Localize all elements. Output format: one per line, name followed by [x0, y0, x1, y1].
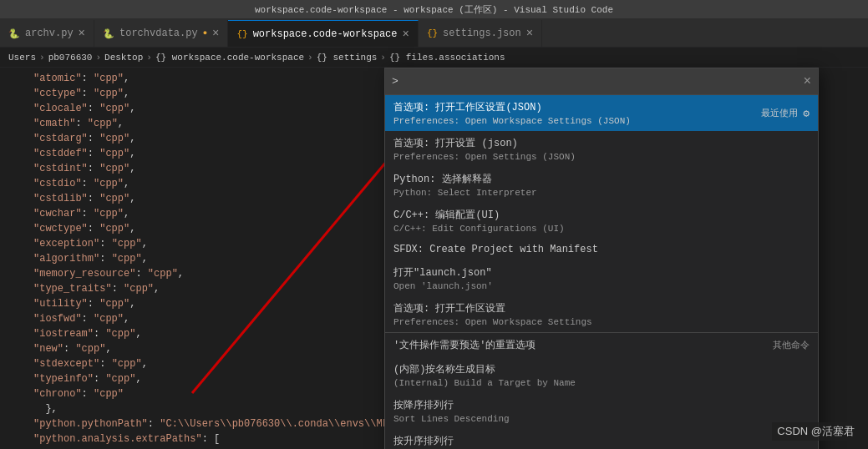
command-palette: × 首选项: 打开工作区设置(JSON) Preferences: Open W… [384, 68, 819, 449]
close-tab-settings[interactable]: × [526, 27, 533, 40]
cmd-item-cn-label-7: 首选项: 打开工作区设置 [393, 301, 592, 315]
cmd-item-en-label: Preferences: Open Workspace Settings (JS… [393, 116, 631, 126]
breadcrumb-settings[interactable]: {} settings [317, 53, 378, 63]
title-text: workspace.code-workspace - workspace (工作… [255, 3, 613, 16]
tab-label: archv.py [25, 28, 74, 39]
cmd-item-cn-label: 首选项: 打开工作区设置(JSON) [393, 100, 631, 114]
cmd-item-cn-label-4: C/C++: 编辑配置(UI) [393, 208, 565, 222]
command-palette-input-row: × [385, 68, 818, 95]
py-icon-2: 🐍 [103, 28, 114, 39]
cmd-item-cn-label-11: 按升序排列行 [393, 434, 504, 448]
tab-settings[interactable]: {} settings.json × [419, 20, 542, 47]
cmd-item-cn-label-6: 打开"launch.json" [393, 265, 493, 280]
cmd-item-sort-ascending[interactable]: 按升序排列行 Sort Lines Ascending [385, 429, 818, 449]
modified-dot: ● [203, 29, 207, 38]
breadcrumb-pb[interactable]: pb076630 [48, 53, 93, 63]
command-palette-close[interactable]: × [803, 74, 811, 89]
cmd-item-file-needs-preview[interactable]: '文件操作需要预选'的重置选项 其他命令 [385, 333, 818, 357]
tab-label-2: torchvdata.py [119, 28, 198, 39]
cmd-item-cn-label-2: 首选项: 打开设置 (json) [393, 136, 576, 150]
cmd-item-cn-label-10: 按降序排列行 [393, 398, 510, 412]
tab-label-4: settings.json [443, 28, 521, 39]
close-tab-archv[interactable]: × [79, 27, 85, 40]
breadcrumb-users[interactable]: Users [8, 53, 36, 63]
breadcrumb-workspace-file[interactable]: {} workspace.code-workspace [155, 53, 304, 63]
title-bar: workspace.code-workspace - workspace (工作… [0, 0, 868, 18]
cmd-item-en-label-3: Python: Select Interpreter [393, 188, 537, 198]
badge-recently-used: 最近使用 [761, 107, 798, 119]
cmd-item-cn-label-5: SFDX: Create Project with Manifest [393, 244, 598, 255]
cmd-item-cn-label-8: '文件操作需要预选'的重置选项 [393, 338, 536, 352]
cmd-item-en-label-4: C/C++: Edit Configurations (UI) [393, 224, 565, 234]
tab-label-3: workspace.code-workspace [253, 28, 398, 40]
command-palette-input[interactable] [392, 75, 803, 88]
brace-icon: {} [236, 29, 247, 39]
close-tab-torch[interactable]: × [212, 27, 219, 40]
cmd-item-en-label-7: Preferences: Open Workspace Settings [393, 317, 592, 327]
main-area: "atomic": "cpp", "cctype": "cpp", "cloca… [0, 68, 868, 449]
tab-archv[interactable]: 🐍 archv.py × [0, 20, 94, 47]
close-tab-workspace[interactable]: × [402, 28, 409, 41]
breadcrumb-files-assoc[interactable]: {} files.associations [389, 53, 505, 63]
cmd-item-open-launch-json[interactable]: 打开"launch.json" Open 'launch.json' [385, 260, 818, 296]
tab-workspace[interactable]: {} workspace.code-workspace × [228, 20, 418, 47]
cmd-item-cn-label-9: (内部)按名称生成目标 [393, 362, 576, 376]
tab-bar: 🐍 archv.py × 🐍 torchvdata.py ● × {} work… [0, 18, 868, 48]
cmd-item-en-label-9: (Internal) Build a Target by Name [393, 378, 576, 388]
cmd-item-open-workspace-settings[interactable]: 首选项: 打开工作区设置 Preferences: Open Workspace… [385, 296, 818, 332]
cmd-item-en-label-2: Preferences: Open Settings (JSON) [393, 152, 576, 162]
cmd-item-open-workspace-json[interactable]: 首选项: 打开工作区设置(JSON) Preferences: Open Wor… [385, 95, 818, 131]
cmd-item-open-settings-json[interactable]: 首选项: 打开设置 (json) Preferences: Open Setti… [385, 131, 818, 167]
cmd-item-en-label-6: Open 'launch.json' [393, 281, 493, 291]
cmd-item-python-interpreter[interactable]: Python: 选择解释器 Python: Select Interpreter [385, 167, 818, 203]
cmd-item-en-label-10: Sort Lines Descending [393, 414, 510, 424]
breadcrumb: Users › pb076630 › Desktop › {} workspac… [0, 48, 868, 68]
badge-other-commands: 其他命令 [773, 339, 810, 351]
cmd-item-sort-descending[interactable]: 按降序排列行 Sort Lines Descending [385, 393, 818, 429]
cmd-item-cpp-edit-configs[interactable]: C/C++: 编辑配置(UI) C/C++: Edit Configuratio… [385, 203, 818, 239]
watermark: CSDN @活塞君 [772, 422, 860, 441]
breadcrumb-desktop[interactable]: Desktop [104, 53, 143, 63]
brace-icon-2: {} [427, 28, 438, 38]
cmd-item-build-target[interactable]: (内部)按名称生成目标 (Internal) Build a Target by… [385, 357, 818, 393]
cmd-item-sfdx[interactable]: SFDX: Create Project with Manifest [385, 239, 818, 260]
gear-icon: ⚙ [803, 107, 810, 120]
py-icon: 🐍 [8, 28, 20, 39]
tab-torchvdata[interactable]: 🐍 torchvdata.py ● × [94, 20, 228, 47]
cmd-item-cn-label-3: Python: 选择解释器 [393, 172, 537, 186]
